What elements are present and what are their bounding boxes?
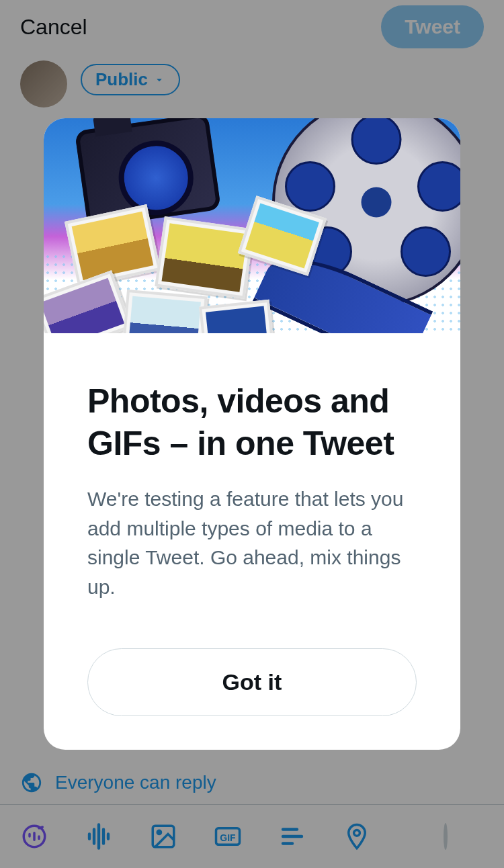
feature-intro-modal: Photos, videos and GIFs – in one Tweet W… xyxy=(44,118,460,750)
modal-title: Photos, videos and GIFs – in one Tweet xyxy=(87,380,417,464)
modal-content: Photos, videos and GIFs – in one Tweet W… xyxy=(44,333,460,750)
modal-description: We're testing a feature that lets you ad… xyxy=(87,484,417,601)
modal-overlay[interactable]: Photos, videos and GIFs – in one Tweet W… xyxy=(0,0,504,868)
modal-hero-image xyxy=(44,118,460,333)
got-it-button[interactable]: Got it xyxy=(87,648,417,716)
